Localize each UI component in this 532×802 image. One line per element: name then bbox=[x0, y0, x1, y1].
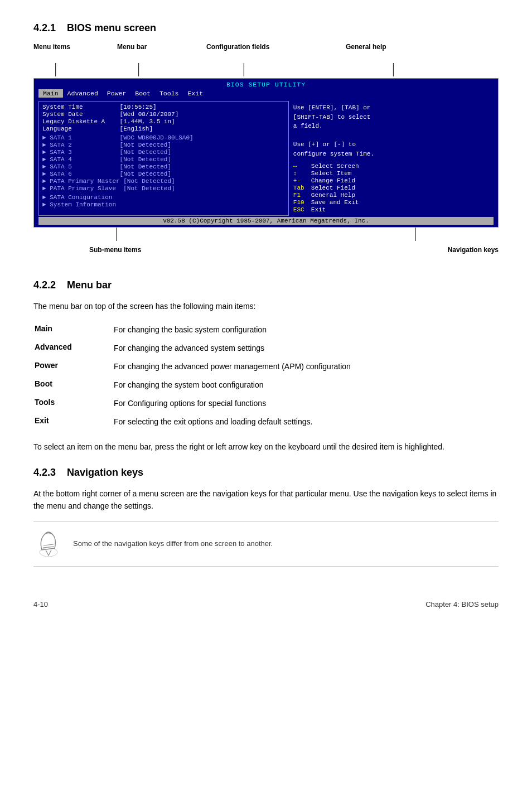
bios-item-system-date: System Date [Wed 08/10/2007] bbox=[42, 111, 285, 118]
bios-item-sata5: ► SATA 5 [Not Detected] bbox=[42, 163, 285, 170]
bios-nav-keys: ↔ Select Screen ↕ Select Item +- Change … bbox=[293, 163, 489, 213]
table-row: Tools For Configuring options for specia… bbox=[35, 395, 497, 412]
section-422-closing: To select an item on the menu bar, press… bbox=[33, 441, 499, 453]
section-423-number: 4.2.3 bbox=[33, 467, 56, 479]
bios-content: System Time [10:55:25] System Date [Wed … bbox=[38, 101, 494, 216]
bios-help-text: Use [ENTER], [TAB] or [SHIFT-TAB] to sel… bbox=[293, 103, 489, 158]
bios-item-system-info: ► System Information bbox=[42, 201, 285, 208]
section-421-number: 4.2.1 bbox=[33, 22, 56, 34]
bios-menu-advanced[interactable]: Advanced bbox=[63, 89, 103, 98]
nav-key-arrows-ud: ↕ bbox=[293, 170, 309, 177]
bios-menu-main[interactable]: Main bbox=[38, 89, 63, 98]
bios-menu-exit[interactable]: Exit bbox=[183, 89, 207, 98]
bios-item-sata3: ► SATA 3 [Not Detected] bbox=[42, 149, 285, 156]
menu-item-name-boot: Boot bbox=[35, 376, 113, 394]
nav-desc-select-item: Select Item bbox=[311, 170, 352, 177]
bios-screen: BIOS SETUP UTILITY Main Advanced Power B… bbox=[34, 79, 498, 227]
menu-item-name-advanced: Advanced bbox=[35, 340, 113, 357]
bios-menu-items-panel: System Time [10:55:25] System Date [Wed … bbox=[38, 101, 289, 216]
connector-lines-top bbox=[33, 63, 499, 76]
table-row: Advanced For changing the advanced syste… bbox=[35, 340, 497, 357]
section-423-title: Navigation keys bbox=[67, 467, 143, 479]
nav-select-field: Tab Select Field bbox=[293, 185, 489, 191]
bios-item-language: Language [English] bbox=[42, 125, 285, 132]
bios-item-sata-config: ► SATA Coniguration bbox=[42, 194, 285, 201]
label-menu-items: Menu items bbox=[33, 43, 70, 51]
nav-select-item: ↕ Select Item bbox=[293, 170, 489, 177]
section-422-intro: The menu bar on top of the screen has th… bbox=[33, 300, 499, 312]
bios-item-sata4: ► SATA 4 [Not Detected] bbox=[42, 156, 285, 163]
label-nav-keys: Navigation keys bbox=[448, 246, 499, 254]
footer-page-number: 4-10 bbox=[33, 600, 48, 608]
menu-item-desc-boot: For changing the system boot configurati… bbox=[114, 376, 497, 394]
footer-chapter: Chapter 4: BIOS setup bbox=[425, 600, 499, 608]
bios-item-legacy-diskette: Legacy Diskette A [1.44M, 3.5 in] bbox=[42, 118, 285, 125]
nav-key-tab: Tab bbox=[293, 185, 309, 191]
table-row: Power For changing the advanced power ma… bbox=[35, 358, 497, 375]
nav-key-esc: ESC bbox=[293, 206, 309, 213]
svg-line-7 bbox=[43, 544, 54, 545]
nav-change-field: +- Change Field bbox=[293, 177, 489, 184]
nav-key-plusminus: +- bbox=[293, 177, 309, 184]
note-box: Some of the navigation keys differ from … bbox=[33, 521, 499, 567]
menu-item-name-tools: Tools bbox=[35, 395, 113, 412]
menu-item-desc-advanced: For changing the advanced system setting… bbox=[114, 340, 497, 357]
section-423-intro: At the bottom right corner of a menu scr… bbox=[33, 487, 499, 513]
note-text: Some of the navigation keys differ from … bbox=[73, 538, 273, 549]
table-row: Boot For changing the system boot config… bbox=[35, 376, 497, 394]
bios-item-pata-slave: ► PATA Primary Slave [Not Detected] bbox=[42, 185, 285, 192]
section-421: 4.2.1 BIOS menu screen Menu items Menu b… bbox=[33, 22, 499, 263]
nav-desc-exit: Exit bbox=[311, 206, 326, 213]
bios-item-sata2: ► SATA 2 [Not Detected] bbox=[42, 142, 285, 148]
section-422-number: 4.2.2 bbox=[33, 279, 56, 291]
section-422: 4.2.2 Menu bar The menu bar on top of th… bbox=[33, 279, 499, 453]
menu-item-name-power: Power bbox=[35, 358, 113, 375]
bios-item-pata-master: ► PATA Primary Master [Not Detected] bbox=[42, 178, 285, 185]
menu-item-desc-main: For changing the basic system configurat… bbox=[114, 321, 497, 339]
bios-item-sata1: ► SATA 1 [WDC WD800JD-00LSA0] bbox=[42, 134, 285, 141]
section-421-title: BIOS menu screen bbox=[67, 22, 156, 34]
bios-help-panel: Use [ENTER], [TAB] or [SHIFT-TAB] to sel… bbox=[289, 101, 494, 216]
nav-key-f1: F1 bbox=[293, 192, 309, 199]
bios-menu-boot[interactable]: Boot bbox=[130, 89, 155, 98]
nav-desc-save-exit: Save and Exit bbox=[311, 199, 359, 206]
nav-desc-select-screen: Select Screen bbox=[311, 163, 359, 170]
menu-bar-table: Main For changing the basic system confi… bbox=[33, 320, 499, 432]
table-row: Main For changing the basic system confi… bbox=[35, 321, 497, 339]
nav-desc-general-help: General Help bbox=[311, 192, 355, 199]
label-config-fields: Configuration fields bbox=[206, 43, 269, 51]
nav-key-arrows-lr: ↔ bbox=[293, 163, 309, 170]
bios-menu-tools[interactable]: Tools bbox=[155, 89, 183, 98]
connector-lines-bottom bbox=[33, 228, 499, 241]
nav-desc-select-field: Select Field bbox=[311, 185, 355, 191]
label-general-help: General help bbox=[346, 43, 386, 51]
bios-title: BIOS SETUP UTILITY bbox=[38, 81, 494, 88]
bios-item-system-time: System Time [10:55:25] bbox=[42, 104, 285, 110]
nav-key-f10: F10 bbox=[293, 199, 309, 206]
table-row: Exit For selecting the exit options and … bbox=[35, 413, 497, 431]
section-421-heading: 4.2.1 BIOS menu screen bbox=[33, 22, 499, 34]
menu-item-name-main: Main bbox=[35, 321, 113, 339]
label-menu-bar: Menu bar bbox=[117, 43, 147, 51]
bios-footer: v02.58 (C)Copyright 1985-2007, American … bbox=[38, 217, 494, 225]
page-footer: 4-10 Chapter 4: BIOS setup bbox=[33, 600, 499, 608]
nav-save-exit: F10 Save and Exit bbox=[293, 199, 489, 206]
diagram-top-labels: Menu items Menu bar Configuration fields… bbox=[33, 43, 499, 60]
menu-item-desc-exit: For selecting the exit options and loadi… bbox=[114, 413, 497, 431]
nav-general-help: F1 General Help bbox=[293, 192, 489, 199]
nav-exit: ESC Exit bbox=[293, 206, 489, 213]
label-submenu-items: Sub-menu items bbox=[89, 246, 141, 254]
nav-desc-change-field: Change Field bbox=[311, 177, 355, 184]
menu-item-desc-power: For changing the advanced power manageme… bbox=[114, 358, 497, 375]
section-422-title: Menu bar bbox=[67, 279, 112, 291]
bios-menu-bar: Main Advanced Power Boot Tools Exit bbox=[38, 89, 494, 98]
section-422-heading: 4.2.2 Menu bar bbox=[33, 279, 499, 291]
diagram-bottom-labels: Sub-menu items Navigation keys bbox=[33, 246, 499, 263]
section-423-heading: 4.2.3 Navigation keys bbox=[33, 467, 499, 479]
menu-item-desc-tools: For Configuring options for special func… bbox=[114, 395, 497, 412]
menu-item-name-exit: Exit bbox=[35, 413, 113, 431]
section-423: 4.2.3 Navigation keys At the bottom righ… bbox=[33, 467, 499, 567]
bios-menu-power[interactable]: Power bbox=[103, 89, 131, 98]
bios-screen-wrapper: BIOS SETUP UTILITY Main Advanced Power B… bbox=[33, 78, 499, 228]
bios-item-sata6: ► SATA 6 [Not Detected] bbox=[42, 171, 285, 177]
